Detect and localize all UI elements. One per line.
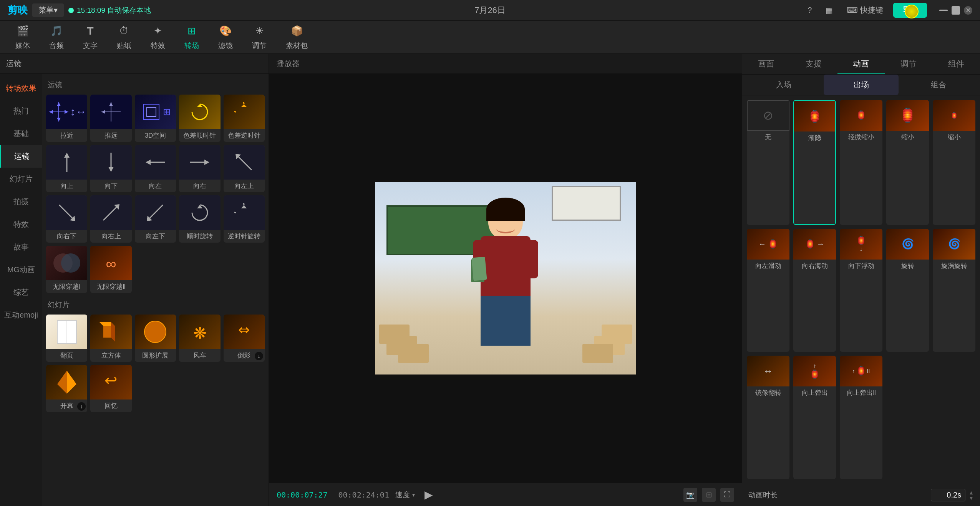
tab-more[interactable]: 组件 [932, 54, 980, 74]
sidebar-item-story[interactable]: 故事 [0, 236, 42, 258]
projector-screen [552, 186, 621, 221]
duration-input[interactable] [931, 489, 965, 501]
anim-fade-out-label: 渐隐 [794, 131, 835, 144]
effect-right[interactable]: 向右 [179, 145, 220, 192]
toolbar-text[interactable]: T 文字 [83, 24, 98, 51]
sidebar-item-transitions[interactable]: 转场效果 [0, 77, 42, 100]
sidebar-item-zongyi[interactable]: 综艺 [0, 281, 42, 304]
sidebar-item-basic[interactable]: 基础 [0, 122, 42, 145]
fullscreen-button[interactable]: ⛶ [720, 488, 734, 502]
svg-marker-44 [67, 371, 76, 394]
effect-mirror[interactable]: ⇔ ↓ 倒影 [224, 315, 265, 362]
toolbar-filter[interactable]: 🎨 滤镜 [218, 24, 233, 51]
tab-canvas[interactable]: 画面 [742, 54, 790, 74]
toolbar-effect-label: 特效 [151, 41, 165, 51]
effect-page[interactable]: 翻页 [46, 315, 87, 362]
toolbar-transition[interactable]: ⊞ 转场 [184, 24, 199, 51]
tab-animation[interactable]: 动画 [837, 54, 885, 74]
sidebar-item-shoot[interactable]: 拍摄 [0, 190, 42, 213]
sidebar-item-mg[interactable]: MG动画 [0, 258, 42, 281]
toolbar-sticker[interactable]: ⏱ 贴纸 [117, 24, 131, 51]
effect-color-ccw[interactable]: 色差逆时针 [224, 95, 265, 142]
help-button[interactable]: ? [804, 4, 816, 16]
center-panel: 播放器 [269, 54, 742, 506]
effect-upper-left[interactable]: 向左上 [224, 145, 265, 192]
close-button[interactable]: ✕ [964, 6, 972, 15]
anim-up-out[interactable]: ↑🏮 向上弹出 [793, 356, 836, 479]
keyboard-button[interactable]: ⌨ 快捷键 [843, 3, 887, 17]
sidebar-item-slide[interactable]: 幻灯片 [0, 168, 42, 190]
svg-marker-9 [101, 110, 105, 114]
anim-none[interactable]: 无 [747, 100, 789, 225]
svg-text:⇔: ⇔ [238, 322, 250, 338]
anim-zoom-big-label: 缩小 [886, 131, 929, 143]
anim-zoom-small2[interactable]: 🏮 缩小 [933, 100, 975, 225]
sidebar-item-special[interactable]: 特效 [0, 213, 42, 236]
effect-color-cw[interactable]: 色差顺时针 [179, 95, 220, 142]
toolbar-media[interactable]: 🎬 媒体 [15, 24, 30, 51]
subtab-combo[interactable]: 组合 [901, 75, 976, 95]
screenshot-button[interactable]: 📷 [683, 488, 697, 502]
svg-marker-43 [57, 371, 67, 394]
anim-spiral[interactable]: 🌀 旋转 [886, 229, 929, 352]
effect-upper-right[interactable]: 向右上 [90, 195, 131, 243]
anim-zoom-out-small[interactable]: 🏮 轻微缩小 [840, 100, 882, 225]
tab-transition[interactable]: 支援 [790, 54, 837, 74]
effect-left[interactable]: 向左 [135, 145, 176, 192]
effect-up[interactable]: 向上 [46, 145, 87, 192]
effect-overlap2[interactable]: ∞ 无限穿越Ⅱ [90, 246, 131, 293]
compare-button[interactable]: ⊟ [702, 488, 716, 502]
effect-down[interactable]: 向下 [90, 145, 131, 192]
effect-down-thumb [90, 145, 131, 180]
effect-cube[interactable]: 立方体 [90, 315, 131, 362]
anim-fade-out[interactable]: 🏮 渐隐 [793, 100, 836, 225]
effect-3d-space[interactable]: 3D空间 [135, 95, 176, 142]
effect-lower-right[interactable]: 向右下 [46, 195, 87, 243]
effect-pull-far[interactable]: 推远 [90, 95, 131, 142]
effect-lower-left[interactable]: 向左下 [135, 195, 176, 243]
anim-up-out2-thumb: ↑🏮II [840, 356, 882, 386]
anim-zoom-big[interactable]: 🏮 缩小 [886, 100, 929, 225]
effect-ccw-rot[interactable]: 逆时针旋转 [224, 195, 265, 243]
effect-open[interactable]: ↓ 开幕 [46, 365, 87, 412]
svg-marker-2 [57, 102, 61, 106]
anim-flip[interactable]: ↔️ 镜像翻转 [747, 356, 789, 479]
anim-up-out2[interactable]: ↑🏮II 向上弹出Ⅱ [840, 356, 882, 479]
tab-adjust[interactable]: 调节 [885, 54, 932, 74]
duration-spinner[interactable]: ▲ ▼ [968, 490, 974, 501]
toolbar-effect[interactable]: ✦ 特效 [151, 24, 165, 51]
effect-left-thumb [135, 145, 176, 180]
menu-button[interactable]: 菜单▾ [32, 3, 64, 17]
sidebar-item-hot[interactable]: 热门 [0, 100, 42, 122]
play-button[interactable]: ▶ [421, 487, 436, 503]
sidebar-item-emoji[interactable]: 互动emoji [0, 304, 42, 326]
text-icon: T [83, 24, 98, 38]
anim-mirror-out[interactable]: 🌀 旋涡旋转 [933, 229, 975, 352]
anim-left-out[interactable]: ←🏮 向左滑动 [747, 229, 789, 352]
effect-cw-rot[interactable]: 顺时旋转 [179, 195, 220, 243]
effect-back[interactable]: ↩ 回忆 [90, 365, 131, 412]
subtab-out[interactable]: 出场 [824, 75, 899, 95]
subtab-in[interactable]: 入场 [746, 75, 821, 95]
effect-lower-right-label: 向右下 [46, 230, 87, 243]
minimize-button[interactable] [939, 10, 948, 11]
playback-speed[interactable]: 速度 ▾ [395, 490, 415, 500]
left-panel-body: 转场效果 热门 基础 运镜 幻灯片 拍摄 特效 故事 MG动画 综艺 互动emo… [0, 74, 269, 506]
anim-spiral-label: 旋转 [886, 260, 929, 272]
toolbar-asset[interactable]: 📦 素材包 [286, 24, 308, 51]
toolbar-adjust[interactable]: ☀ 调节 [252, 24, 267, 51]
effect-sphere[interactable]: 圆形扩展 [135, 315, 176, 362]
spinner-down[interactable]: ▼ [968, 495, 974, 501]
effect-sphere-thumb [135, 315, 176, 349]
toolbar-audio[interactable]: 🎵 音频 [49, 24, 64, 51]
anim-zoom-small-label: 轻微缩小 [840, 131, 882, 143]
layout-button[interactable]: ▦ [822, 4, 837, 17]
effect-fan[interactable]: ❋ 风车 [179, 315, 220, 362]
anim-right-out[interactable]: 🏮→ 向右海动 [793, 229, 836, 352]
maximize-button[interactable] [952, 6, 960, 15]
effect-pull-near[interactable]: 拉近 [46, 95, 87, 142]
spinner-up[interactable]: ▲ [968, 490, 974, 495]
sidebar-item-motion[interactable]: 运镜 [0, 145, 42, 168]
effect-overlap1[interactable]: 无限穿越Ⅰ [46, 246, 87, 293]
anim-down-out[interactable]: 🏮↓ 向下浮动 [840, 229, 882, 352]
